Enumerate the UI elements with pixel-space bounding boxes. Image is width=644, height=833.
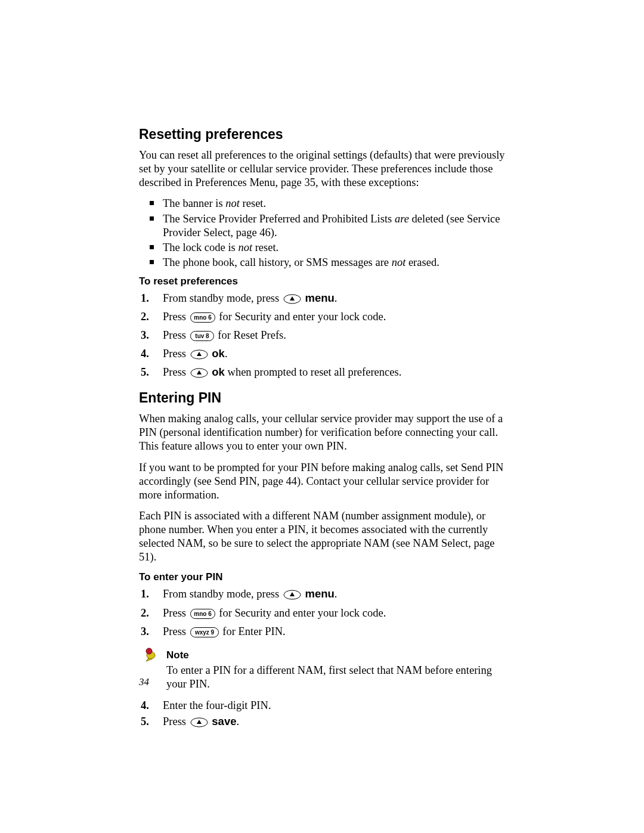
svg-text:wxyz 9: wxyz 9 bbox=[194, 629, 215, 636]
list-item: 2. Press mno 6 for Security and enter yo… bbox=[139, 309, 512, 326]
subhead-reset-prefs: To reset preferences bbox=[139, 275, 512, 287]
svg-marker-20 bbox=[197, 720, 202, 724]
body-paragraph: Each PIN is associated with a different … bbox=[139, 509, 512, 565]
mno6-key-icon: mno 6 bbox=[190, 312, 215, 326]
list-item: 2. Press mno 6 for Security and enter yo… bbox=[139, 606, 512, 623]
svg-text:mno 6: mno 6 bbox=[194, 314, 212, 321]
intro-paragraph: You can reset all preferences to the ori… bbox=[139, 148, 512, 190]
list-item: 5. Press save. bbox=[139, 714, 512, 731]
up-arrow-key-icon bbox=[283, 589, 301, 603]
body-paragraph: If you want to be prompted for your PIN … bbox=[139, 461, 512, 502]
svg-text:mno 6: mno 6 bbox=[194, 611, 212, 617]
pushpin-icon bbox=[140, 647, 158, 667]
note-block: Note To enter a PIN for a different NAM,… bbox=[139, 649, 512, 691]
list-item: 5. Press ok when prompted to reset all p… bbox=[139, 365, 512, 382]
up-arrow-key-icon bbox=[283, 293, 301, 308]
enter-pin-steps-cont: 4. Enter the four-digit PIN. 5. Press sa… bbox=[139, 698, 512, 731]
list-item: 1. From standby mode, press menu. bbox=[139, 587, 512, 603]
page-number: 34 bbox=[139, 676, 149, 688]
list-item: The banner is not reset. bbox=[139, 197, 512, 210]
heading-resetting: Resetting preferences bbox=[139, 126, 512, 143]
list-item: The phone book, call history, or SMS mes… bbox=[139, 256, 512, 270]
note-body: To enter a PIN for a different NAM, firs… bbox=[166, 664, 512, 691]
list-item: 4. Press ok. bbox=[139, 346, 512, 363]
svg-marker-1 bbox=[290, 296, 295, 301]
up-arrow-key-icon bbox=[190, 367, 208, 382]
wxyz9-key-icon: wxyz 9 bbox=[190, 627, 219, 641]
list-item: 3. Press tuv 8 for Reset Prefs. bbox=[139, 328, 512, 345]
body-paragraph: When making analog calls, your cellular … bbox=[139, 412, 512, 453]
svg-marker-11 bbox=[290, 592, 295, 596]
list-item: 3. Press wxyz 9 for Enter PIN. bbox=[139, 624, 512, 641]
list-item: 1. From standby mode, press menu. bbox=[139, 291, 512, 308]
exceptions-list: The banner is not reset. The Service Pro… bbox=[139, 197, 512, 270]
list-item: 4. Enter the four-digit PIN. bbox=[139, 698, 512, 713]
enter-pin-steps: 1. From standby mode, press menu. 2. Pre… bbox=[139, 587, 512, 640]
mno6-key-icon: mno 6 bbox=[190, 608, 215, 623]
note-heading: Note bbox=[166, 649, 512, 661]
svg-text:tuv 8: tuv 8 bbox=[195, 333, 209, 339]
subhead-enter-pin: To enter your PIN bbox=[139, 571, 512, 583]
heading-entering-pin: Entering PIN bbox=[139, 390, 512, 406]
svg-marker-7 bbox=[197, 352, 202, 356]
up-arrow-key-icon bbox=[190, 717, 208, 731]
page-content: Resetting preferences You can reset all … bbox=[139, 126, 512, 739]
list-item: The lock code is not reset. bbox=[139, 241, 512, 255]
svg-point-18 bbox=[146, 648, 152, 654]
svg-marker-9 bbox=[197, 370, 202, 374]
list-item: The Service Provider Preferred and Prohi… bbox=[139, 212, 512, 240]
up-arrow-key-icon bbox=[190, 349, 208, 363]
tuv8-key-icon: tuv 8 bbox=[190, 330, 214, 345]
reset-steps: 1. From standby mode, press menu. 2. Pre… bbox=[139, 291, 512, 382]
